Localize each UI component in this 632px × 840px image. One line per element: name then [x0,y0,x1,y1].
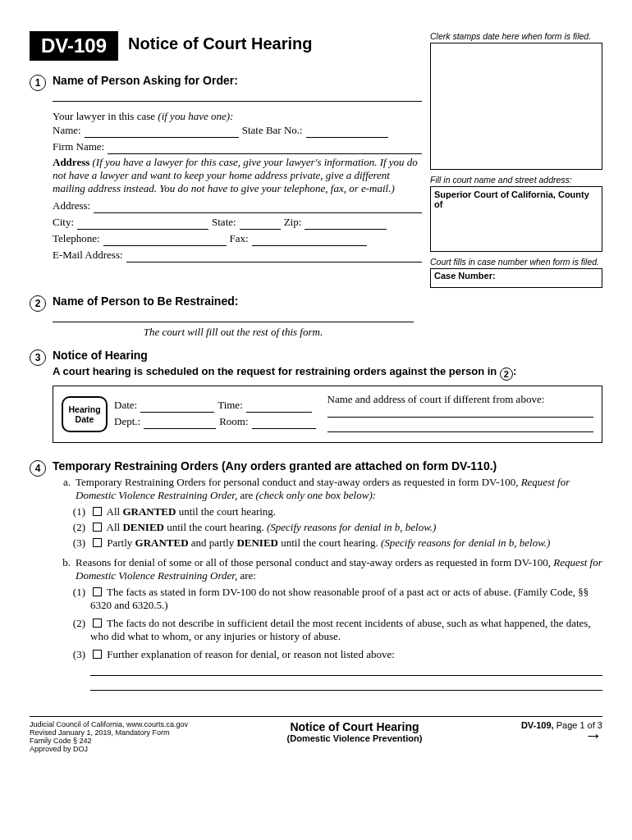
b3-line1[interactable] [90,664,602,676]
section-1-number: 1 [30,75,46,91]
label-tel: Telephone: [53,231,100,246]
s4b-letter: b. [53,556,71,582]
input-address[interactable] [94,203,422,213]
label-hearing-room: Room: [219,414,248,429]
label-email: E-Mail Address: [53,248,123,262]
court-note: Fill in court name and street address: [430,175,602,185]
checkbox-b2[interactable] [93,619,102,628]
s2-name-line[interactable] [53,311,414,322]
diff-court-line1[interactable] [327,406,593,418]
case-note: Court fills in case number when form is … [430,257,602,267]
input-fax[interactable] [252,235,367,246]
label-name: Name: [53,123,81,138]
s2-title: Name of Person to Be Restrained: [53,294,414,308]
stamp-note: Clerk stamps date here when form is file… [430,31,602,41]
s4-title: Temporary Restraining Orders (Any orders… [53,459,602,472]
clerk-stamp-box [430,43,602,170]
s3-scheduled-text: A court hearing is scheduled on the requ… [53,365,602,381]
label-firm: Firm Name: [53,139,104,154]
input-hearing-dept[interactable] [144,418,216,429]
checkbox-a1[interactable] [93,507,102,516]
checkbox-b3[interactable] [93,650,102,659]
label-hearing-date: Date: [114,398,137,413]
input-city[interactable] [77,219,208,230]
input-zip[interactable] [305,219,387,230]
label-bar: State Bar No.: [242,123,303,138]
input-firm[interactable] [108,144,422,154]
label-hearing-time: Time: [218,398,243,413]
input-tel[interactable] [103,235,227,246]
input-hearing-room[interactable] [252,418,316,429]
label-fax: Fax: [230,231,249,246]
footer-right: DV-109, Page 1 of 3 → [521,720,602,753]
footer-center: Notice of Court Hearing (Domestic Violen… [287,720,423,753]
s4b2-text: The facts do not describe in sufficient … [90,617,591,642]
case-number-box[interactable]: Case Number: [430,268,602,288]
form-title: Notice of Court Hearing [128,31,312,53]
s4a1-num: (1) [67,505,85,518]
s4b-intro: Reasons for denial of some or all of tho… [76,556,602,582]
label-address: Address: [53,199,90,213]
input-state[interactable] [240,219,281,230]
s2-note: The court will fill out the rest of this… [53,326,414,339]
s4a-letter: a. [53,476,71,502]
section-4-number: 4 [30,460,46,477]
s1-lawyer-intro: Your lawyer in this case (if you have on… [53,110,422,123]
input-hearing-date[interactable] [140,402,214,413]
s4b3-text: Further explanation of reason for denial… [107,648,395,660]
s4b3-num: (3) [67,648,85,694]
label-state: State: [212,215,236,230]
input-bar-no[interactable] [306,127,388,138]
address-instructions: Address (If you have a lawyer for this c… [53,156,422,195]
diff-court-line2[interactable] [327,421,593,432]
section-3-number: 3 [30,349,46,366]
s1-title: Name of Person Asking for Order: [53,74,422,87]
b3-line2[interactable] [90,679,602,691]
s4a2-num: (2) [67,521,85,534]
input-lawyer-name[interactable] [85,127,239,138]
section-2-number: 2 [30,295,46,312]
s4a3-num: (3) [67,536,85,550]
s4b1-num: (1) [67,586,85,612]
input-hearing-time[interactable] [246,402,312,413]
input-email[interactable] [126,252,422,262]
court-box[interactable]: Superior Court of California, County of [430,186,602,252]
s4a-intro: Temporary Restraining Orders for persona… [76,476,602,502]
checkbox-b1[interactable] [93,587,102,596]
next-page-arrow-icon: → [521,730,602,742]
checkbox-a2[interactable] [93,523,102,532]
s1-name-line[interactable] [53,90,422,102]
s4b1-text: The facts as stated in form DV-100 do no… [90,586,588,611]
label-city: City: [53,215,74,230]
s3-title: Notice of Hearing [53,349,602,362]
s4b2-num: (2) [67,617,85,643]
label-zip: Zip: [284,215,302,230]
ref-circle-2: 2 [500,368,513,381]
checkbox-a3[interactable] [93,538,102,547]
form-number-box: DV-109 [30,31,118,61]
diff-court-label: Name and address of court if different f… [327,393,593,406]
footer-left: Judicial Council of California, www.cour… [30,720,188,753]
hearing-date-badge: HearingDate [62,396,108,432]
label-hearing-dept: Dept.: [114,414,140,429]
hearing-box: HearingDate Date: Time: Dept.: Room: [53,386,602,443]
